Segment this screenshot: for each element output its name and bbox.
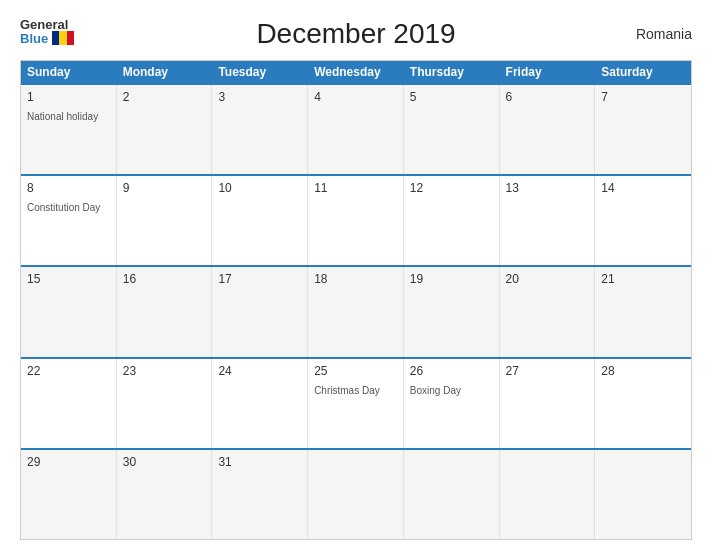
weekday-header-thursday: Thursday: [404, 61, 500, 83]
calendar-cell: [308, 450, 404, 539]
day-number: 30: [123, 455, 206, 469]
calendar-week-4: 22232425Christmas Day26Boxing Day2728: [21, 357, 691, 448]
svg-rect-0: [52, 31, 59, 45]
calendar-cell: 23: [117, 359, 213, 448]
calendar-cell: 6: [500, 85, 596, 174]
calendar-body: 1National holiday2345678Constitution Day…: [21, 83, 691, 539]
day-event: Constitution Day: [27, 202, 100, 213]
day-number: 8: [27, 181, 110, 195]
weekday-header-monday: Monday: [117, 61, 213, 83]
calendar-cell: 28: [595, 359, 691, 448]
day-number: 29: [27, 455, 110, 469]
day-number: 18: [314, 272, 397, 286]
calendar-cell: 10: [212, 176, 308, 265]
calendar-cell: 19: [404, 267, 500, 356]
calendar-cell: [500, 450, 596, 539]
day-number: 5: [410, 90, 493, 104]
calendar-cell: 18: [308, 267, 404, 356]
logo: General Blue: [20, 18, 74, 45]
weekday-header-saturday: Saturday: [595, 61, 691, 83]
weekday-header-friday: Friday: [500, 61, 596, 83]
day-event: Christmas Day: [314, 385, 380, 396]
calendar-week-2: 8Constitution Day91011121314: [21, 174, 691, 265]
calendar-cell: 13: [500, 176, 596, 265]
calendar-cell: 4: [308, 85, 404, 174]
calendar-cell: 21: [595, 267, 691, 356]
day-number: 2: [123, 90, 206, 104]
calendar-cell: 17: [212, 267, 308, 356]
day-number: 4: [314, 90, 397, 104]
day-number: 3: [218, 90, 301, 104]
calendar-cell: 22: [21, 359, 117, 448]
day-number: 13: [506, 181, 589, 195]
day-number: 16: [123, 272, 206, 286]
calendar-cell: 29: [21, 450, 117, 539]
day-number: 14: [601, 181, 685, 195]
logo-general-text: General: [20, 18, 74, 31]
day-number: 15: [27, 272, 110, 286]
day-event: National holiday: [27, 111, 98, 122]
day-number: 25: [314, 364, 397, 378]
calendar-cell: 16: [117, 267, 213, 356]
calendar-title: December 2019: [256, 18, 455, 50]
day-number: 11: [314, 181, 397, 195]
calendar-cell: 24: [212, 359, 308, 448]
logo-flag-icon: [52, 31, 74, 45]
day-number: 17: [218, 272, 301, 286]
calendar-week-3: 15161718192021: [21, 265, 691, 356]
logo-blue-text: Blue: [20, 31, 74, 45]
calendar-cell: 9: [117, 176, 213, 265]
day-number: 26: [410, 364, 493, 378]
calendar-cell: 3: [212, 85, 308, 174]
day-number: 23: [123, 364, 206, 378]
calendar-cell: 26Boxing Day: [404, 359, 500, 448]
day-number: 10: [218, 181, 301, 195]
day-number: 27: [506, 364, 589, 378]
day-number: 7: [601, 90, 685, 104]
calendar-cell: 5: [404, 85, 500, 174]
calendar-cell: 11: [308, 176, 404, 265]
calendar-header-row: SundayMondayTuesdayWednesdayThursdayFrid…: [21, 61, 691, 83]
weekday-header-wednesday: Wednesday: [308, 61, 404, 83]
weekday-header-tuesday: Tuesday: [212, 61, 308, 83]
calendar-cell: 31: [212, 450, 308, 539]
calendar-cell: 25Christmas Day: [308, 359, 404, 448]
calendar-cell: 7: [595, 85, 691, 174]
day-number: 21: [601, 272, 685, 286]
calendar-cell: 1National holiday: [21, 85, 117, 174]
calendar-cell: 30: [117, 450, 213, 539]
page: General Blue December 2019 Romania Sunda…: [0, 0, 712, 550]
day-number: 31: [218, 455, 301, 469]
day-number: 1: [27, 90, 110, 104]
calendar-cell: 15: [21, 267, 117, 356]
calendar-cell: 20: [500, 267, 596, 356]
calendar-cell: 14: [595, 176, 691, 265]
calendar-cell: [404, 450, 500, 539]
day-number: 22: [27, 364, 110, 378]
svg-rect-2: [67, 31, 74, 45]
calendar-cell: 12: [404, 176, 500, 265]
svg-rect-1: [59, 31, 67, 45]
country-label: Romania: [636, 26, 692, 42]
calendar-cell: 27: [500, 359, 596, 448]
calendar-cell: [595, 450, 691, 539]
calendar-week-5: 293031: [21, 448, 691, 539]
day-event: Boxing Day: [410, 385, 461, 396]
day-number: 28: [601, 364, 685, 378]
header: General Blue December 2019 Romania: [20, 18, 692, 50]
day-number: 6: [506, 90, 589, 104]
day-number: 19: [410, 272, 493, 286]
day-number: 24: [218, 364, 301, 378]
day-number: 9: [123, 181, 206, 195]
calendar: SundayMondayTuesdayWednesdayThursdayFrid…: [20, 60, 692, 540]
day-number: 20: [506, 272, 589, 286]
calendar-cell: 2: [117, 85, 213, 174]
calendar-cell: 8Constitution Day: [21, 176, 117, 265]
weekday-header-sunday: Sunday: [21, 61, 117, 83]
calendar-week-1: 1National holiday234567: [21, 83, 691, 174]
day-number: 12: [410, 181, 493, 195]
